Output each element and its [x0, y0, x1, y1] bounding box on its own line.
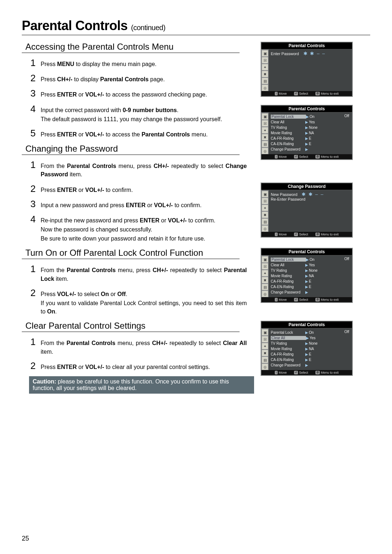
arrow-right-icon: ▶: [305, 263, 308, 267]
osd-menu-row: CA-EN-Rating▶E: [271, 357, 350, 362]
osd-icon: ▤: [262, 357, 268, 363]
osd-footer: ↕Move⏎Select⦿Menu to exit: [261, 297, 352, 302]
osd-icon: ◎: [262, 291, 268, 297]
step-item: 2Press ENTER or VOL+/- to clear all your…: [29, 361, 247, 371]
osd-icon: ☒: [262, 198, 268, 204]
arrow-right-icon: ▶: [306, 336, 309, 340]
osd-menu-row: Parental Lock▶On: [271, 114, 350, 119]
osd-menu-row: Change Password▶: [271, 362, 350, 368]
osd-menu-row: TV Rating▶None: [271, 341, 350, 346]
osd-menu-row: Parental Lock▶On: [271, 257, 350, 262]
osd-icon: ▣: [262, 256, 268, 263]
step-number: 4: [29, 214, 37, 224]
arrow-right-icon: ▶: [305, 142, 308, 146]
osd-menu-label: CA-FR-Rating: [271, 279, 305, 283]
osd-pw-row: New Password✱ ✱ – –: [271, 192, 350, 197]
osd-footer-hint: ↕Move: [275, 233, 287, 236]
osd-menu-value: None: [309, 268, 318, 272]
page-title-main: Parental Controls: [22, 18, 128, 33]
osd-content: New Password✱ ✱ – –Re-Enter Password: [269, 190, 352, 232]
osd-menu-label: Movie Rating: [271, 347, 305, 351]
step-item: 3Press ENTER or VOL+/- to access the pas…: [29, 89, 247, 99]
osd-icon: ✖: [262, 71, 268, 77]
arrow-right-icon: ▶: [305, 331, 308, 335]
osd-parental-menu-3: Parental Controls▣☒✦✖▤◎OffParental Lock▶…: [261, 321, 353, 376]
osd-icon-column: ▣☒✦✖▤◎: [261, 328, 269, 370]
step-text: Input the correct password with 0-9 numb…: [41, 106, 247, 123]
osd-change-password: Change Password▣☒✦✖▤◎New Password✱ ✱ – –…: [261, 182, 353, 238]
osd-icon: ▣: [262, 113, 268, 120]
osd-parental-menu-1: Parental Controls▣☒✦✖▤◎OffParental Lock▶…: [261, 105, 353, 160]
step-item: 2Press ENTER or VOL+/- to confirm.: [29, 184, 247, 194]
osd-pw-row: Re-Enter Password: [271, 197, 350, 201]
osd-menu-value: E: [309, 352, 311, 356]
step-text: Press MENU to display the menu main page…: [41, 60, 247, 68]
osd-icon: ✦: [262, 205, 268, 211]
arrow-right-icon: ▶: [305, 126, 308, 130]
osd-icon: ◎: [262, 225, 268, 232]
osd-icon: ☒: [262, 57, 268, 63]
step-text: Press ENTER or VOL+/- to clear all your …: [41, 363, 247, 371]
arrow-right-icon: ▶: [305, 290, 308, 294]
osd-enter-password: Parental Controls▣☒✦✖▤◎Enter Password✱ ✱…: [261, 42, 353, 97]
osd-menu-label: Clear All: [271, 336, 306, 340]
osd-icon: ▤: [262, 218, 268, 225]
osd-menu-value: Yes: [310, 336, 315, 340]
osd-menu-label: Parental Lock: [271, 115, 306, 119]
osd-content: OffParental Lock▶OnClear All▶YesTV Ratin…: [269, 328, 352, 370]
step-item: 1From the Parental Controls menu, press …: [29, 160, 247, 178]
osd-footer-hint: ⏎Select: [294, 155, 308, 159]
osd-menu-label: CA-FR-Rating: [271, 136, 305, 140]
osd-menu-row: Change Password▶: [271, 147, 350, 152]
osd-menu-value: On: [310, 115, 314, 119]
osd-menu-label: Change Password: [271, 363, 305, 367]
osd-menu-label: CA-EN-Rating: [271, 142, 305, 146]
osd-icon: ✦: [262, 270, 268, 276]
step-text: Press CH+/- to display Parental Controls…: [41, 75, 247, 83]
osd-icon-column: ▣☒✦✖▤◎: [261, 49, 269, 91]
osd-menu-value: Yes: [309, 120, 315, 124]
osd-menu-row: Movie Rating▶NA: [271, 273, 350, 279]
step-item: 4Input the correct password with 0-9 num…: [29, 104, 247, 123]
osd-menu-row: TV Rating▶None: [271, 125, 350, 130]
osd-body: ▣☒✦✖▤◎OffParental Lock▶OnClear All▶YesTV…: [261, 112, 352, 154]
osd-icon: ▣: [262, 50, 268, 57]
osd-menu-value: On: [309, 331, 314, 335]
arrow-right-icon: ▶: [305, 285, 308, 289]
osd-footer-hint: ⦿Menu to exit: [315, 155, 339, 159]
osd-menu-value: NA: [309, 347, 314, 351]
step-item: 1Press MENU to display the menu main pag…: [29, 58, 247, 68]
steps-clear: 1From the Parental Controls menu, press …: [29, 337, 247, 371]
osd-menu-row: CA-FR-Rating▶E: [271, 352, 350, 357]
arrow-right-icon: ▶: [305, 358, 308, 362]
osd-menu-value: NA: [309, 131, 314, 135]
osd-footer-hint: ⦿Menu to exit: [315, 371, 339, 374]
section-divider: [22, 155, 240, 155]
osd-menu-label: TV Rating: [271, 341, 305, 345]
arrow-right-icon: ▶: [305, 136, 308, 140]
step-text: Press ENTER or VOL+/- to access the pass…: [41, 90, 247, 99]
step-item: 2Press VOL+/- to select On or Off.If you…: [29, 288, 247, 316]
step-item: 4Re-input the new password and press ENT…: [29, 214, 247, 243]
osd-menu-row: CA-FR-Rating▶E: [271, 136, 350, 141]
osd-label: Re-Enter Password: [271, 197, 305, 201]
osd-icon: ✦: [262, 64, 268, 70]
osd-menu-row: Movie Rating▶NA: [271, 130, 350, 136]
osd-footer-hint: ⦿Menu to exit: [315, 233, 339, 236]
step-text: Input a new password and press ENTER or …: [41, 201, 247, 209]
arrow-right-icon: ▶: [305, 352, 308, 356]
section-divider: [22, 53, 240, 53]
section-clear: Clear Parental Control Settings 1From th…: [22, 321, 370, 394]
step-number: 1: [29, 58, 37, 67]
page-number: 25: [22, 535, 29, 542]
page-title-suffix: (continued): [131, 24, 166, 32]
osd-title: Change Password: [261, 183, 352, 190]
osd-body: ▣☒✦✖▤◎Enter Password✱ ✱ – –: [261, 49, 352, 91]
step-number: 3: [29, 199, 37, 209]
step-item: 1From the Parental Controls menu, press …: [29, 337, 247, 356]
osd-icon: ▣: [262, 191, 268, 197]
osd-footer-hint: ⦿Menu to exit: [315, 298, 339, 301]
osd-icon: ◎: [262, 148, 268, 154]
osd-menu-value: NA: [309, 274, 314, 278]
osd-footer-hint: ⏎Select: [294, 92, 308, 95]
